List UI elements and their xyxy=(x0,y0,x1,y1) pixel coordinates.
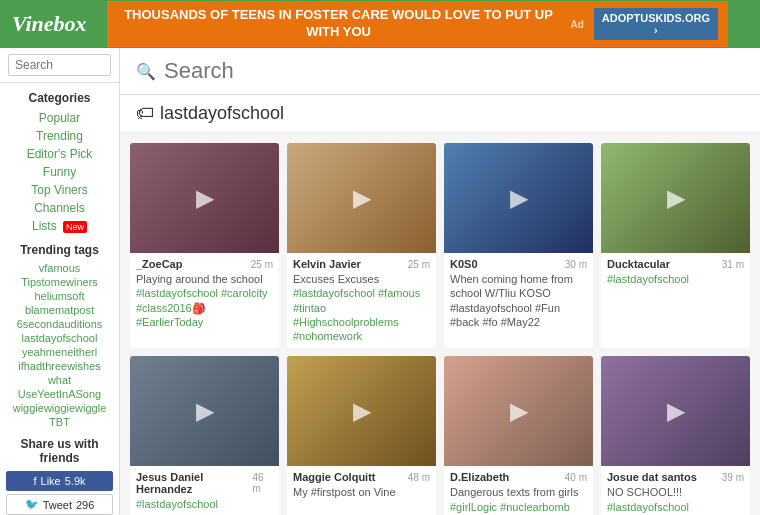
tag-vfamous[interactable]: vfamous xyxy=(0,261,119,275)
tag-tipstomewiners[interactable]: Tipstomewiners xyxy=(0,275,119,289)
video-time-8: 39 m xyxy=(722,472,744,483)
video-time-7: 40 m xyxy=(565,472,587,483)
video-time-2: 25 m xyxy=(408,259,430,270)
video-user-7: D.Elizabeth xyxy=(450,471,509,483)
tag-blamematpost[interactable]: blamematpost xyxy=(0,303,119,317)
share-section: Share us with friends f Like 5.9k 🐦 Twee… xyxy=(0,429,119,515)
video-info-6: Maggie Colquitt 48 m My #firstpost on Vi… xyxy=(287,466,436,504)
video-user-5: Jesus Daniel Hernandez xyxy=(136,471,253,495)
video-user-8: Josue dat santos xyxy=(607,471,697,483)
sidebar-search-input[interactable] xyxy=(8,54,111,76)
share-title: Share us with friends xyxy=(6,437,113,465)
video-card-2[interactable]: ▶ Kelvin Javier 25 m Excuses Excuses #la… xyxy=(287,143,436,348)
video-time-5: 46 m xyxy=(253,472,273,494)
video-user-4: Ducktacular xyxy=(607,258,670,270)
video-thumb-2: ▶ xyxy=(287,143,436,253)
sidebar-search-container xyxy=(0,48,119,83)
video-desc-7: Dangerous texts from girls #girlLogic #n… xyxy=(450,485,587,514)
video-thumb-7: ▶ xyxy=(444,356,593,466)
video-thumb-4: ▶ xyxy=(601,143,750,253)
video-card-7[interactable]: ▶ D.Elizabeth 40 m Dangerous texts from … xyxy=(444,356,593,515)
video-time-6: 48 m xyxy=(408,472,430,483)
adopt-button[interactable]: ADOPTUSKIDS.ORG › xyxy=(594,8,718,40)
video-thumb-3: ▶ xyxy=(444,143,593,253)
video-grid: ▶ _ZoeCap 25 m Playing around the school… xyxy=(120,133,760,515)
new-badge: New xyxy=(63,221,87,233)
video-info-7: D.Elizabeth 40 m Dangerous texts from gi… xyxy=(444,466,593,515)
video-info-1: _ZoeCap 25 m Playing around the school #… xyxy=(130,253,279,334)
trending-tags-title: Trending tags xyxy=(0,235,119,261)
video-thumb-8: ▶ xyxy=(601,356,750,466)
ad-banner: THOUSANDS OF TEENS IN FOSTER CARE WOULD … xyxy=(107,1,728,47)
video-card-6[interactable]: ▶ Maggie Colquitt 48 m My #firstpost on … xyxy=(287,356,436,515)
sidebar-item-channels[interactable]: Channels xyxy=(0,199,119,217)
twitter-icon: 🐦 xyxy=(25,498,39,511)
video-user-2: Kelvin Javier xyxy=(293,258,361,270)
tag-header: 🏷 lastdayofschool xyxy=(120,95,760,133)
sidebar-item-top-viners[interactable]: Top Viners xyxy=(0,181,119,199)
main-layout: Categories Popular Trending Editor's Pic… xyxy=(0,48,760,515)
video-info-5: Jesus Daniel Hernandez 46 m #lastdayofsc… xyxy=(130,466,279,515)
twitter-button[interactable]: 🐦 Tweet 296 xyxy=(6,494,113,515)
tag-icon: 🏷 xyxy=(136,103,154,124)
current-tag: lastdayofschool xyxy=(160,103,284,124)
video-desc-5: #lastdayofschool xyxy=(136,497,273,511)
video-desc-3: When coming home from school W/Tliu KOSO… xyxy=(450,272,587,329)
search-input[interactable] xyxy=(164,58,744,84)
video-time-4: 31 m xyxy=(722,259,744,270)
header: Vinebox THOUSANDS OF TEENS IN FOSTER CAR… xyxy=(0,0,760,48)
categories-title: Categories xyxy=(0,83,119,109)
facebook-label: Like xyxy=(41,475,61,487)
facebook-count: 5.9k xyxy=(65,475,86,487)
video-user-6: Maggie Colquitt xyxy=(293,471,376,483)
video-desc-1: Playing around the school #lastdayofscho… xyxy=(136,272,273,329)
twitter-count: 296 xyxy=(76,499,94,511)
sidebar: Categories Popular Trending Editor's Pic… xyxy=(0,48,120,515)
tag-ifhadthreewishes[interactable]: ifhadthreewishes xyxy=(0,359,119,373)
video-card-8[interactable]: ▶ Josue dat santos 39 m NO SCHOOL!!! #la… xyxy=(601,356,750,515)
video-time-1: 25 m xyxy=(251,259,273,270)
logo[interactable]: Vinebox xyxy=(12,11,87,37)
video-info-4: Ducktacular 31 m #lastdayofschool xyxy=(601,253,750,291)
video-info-2: Kelvin Javier 25 m Excuses Excuses #last… xyxy=(287,253,436,348)
facebook-button[interactable]: f Like 5.9k xyxy=(6,471,113,491)
video-time-3: 30 m xyxy=(565,259,587,270)
video-card-4[interactable]: ▶ Ducktacular 31 m #lastdayofschool xyxy=(601,143,750,348)
tag-wiggiewiggiewiggle[interactable]: wiggiewiggiewiggle xyxy=(0,401,119,415)
search-icon: 🔍 xyxy=(136,62,156,81)
video-card-5[interactable]: ▶ Jesus Daniel Hernandez 46 m #lastdayof… xyxy=(130,356,279,515)
sidebar-item-lists[interactable]: Lists New xyxy=(0,217,119,235)
video-thumb-5: ▶ xyxy=(130,356,279,466)
video-thumb-1: ▶ xyxy=(130,143,279,253)
tag-yeahmeneitherl[interactable]: yeahmeneitherl xyxy=(0,345,119,359)
tag-useyeeetinasong[interactable]: UseYeetInASong xyxy=(0,387,119,401)
search-bar: 🔍 xyxy=(120,48,760,95)
tag-heliumsoft[interactable]: heliumsoft xyxy=(0,289,119,303)
video-card-3[interactable]: ▶ K0S0 30 m When coming home from school… xyxy=(444,143,593,348)
content-area: 🔍 🏷 lastdayofschool ▶ _ZoeCap 25 m P xyxy=(120,48,760,515)
video-desc-4: #lastdayofschool xyxy=(607,272,744,286)
video-info-3: K0S0 30 m When coming home from school W… xyxy=(444,253,593,334)
tag-tbt[interactable]: TBT xyxy=(0,415,119,429)
tag-what[interactable]: what xyxy=(0,373,119,387)
sidebar-item-popular[interactable]: Popular xyxy=(0,109,119,127)
video-desc-6: My #firstpost on Vine xyxy=(293,485,430,499)
tag-6secondauditions[interactable]: 6secondauditions xyxy=(0,317,119,331)
tag-lastdayofschool[interactable]: lastdayofschool xyxy=(0,331,119,345)
video-user-3: K0S0 xyxy=(450,258,478,270)
sidebar-item-editors-pick[interactable]: Editor's Pick xyxy=(0,145,119,163)
video-info-8: Josue dat santos 39 m NO SCHOOL!!! #last… xyxy=(601,466,750,515)
ad-text: THOUSANDS OF TEENS IN FOSTER CARE WOULD … xyxy=(117,7,561,41)
video-desc-2: Excuses Excuses #lastdayofschool #famous… xyxy=(293,272,430,343)
video-thumb-6: ▶ xyxy=(287,356,436,466)
sidebar-item-funny[interactable]: Funny xyxy=(0,163,119,181)
twitter-label: Tweet xyxy=(43,499,72,511)
video-user-1: _ZoeCap xyxy=(136,258,182,270)
sidebar-item-trending[interactable]: Trending xyxy=(0,127,119,145)
video-card-1[interactable]: ▶ _ZoeCap 25 m Playing around the school… xyxy=(130,143,279,348)
video-desc-8: NO SCHOOL!!! #lastdayofschool xyxy=(607,485,744,514)
facebook-icon: f xyxy=(33,475,36,487)
